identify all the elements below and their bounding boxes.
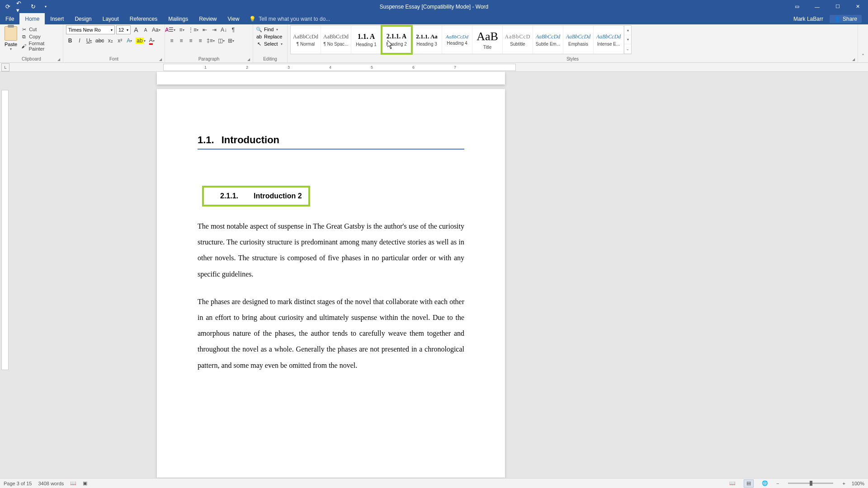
user-name[interactable]: Mark LaBarr (793, 16, 823, 22)
shading-button[interactable]: ◫ (217, 36, 226, 45)
font-color-button[interactable]: A (148, 36, 156, 45)
body-paragraph-2[interactable]: The phases are designed to mark distinct… (198, 294, 464, 373)
show-marks-button[interactable]: ¶ (229, 25, 237, 34)
tab-references[interactable]: References (124, 13, 163, 24)
find-button[interactable]: 🔍Find▾ (256, 26, 283, 33)
change-case-button[interactable]: Aa (151, 25, 161, 34)
grow-font-button[interactable]: A (132, 25, 140, 34)
style-subtitle[interactable]: AaBbCcDSubtitle (503, 26, 533, 54)
copy-icon: ⧉ (21, 33, 27, 40)
numbering-button[interactable]: ≡ (178, 25, 186, 34)
maximize-button[interactable]: ☐ (827, 0, 848, 13)
format-painter-button[interactable]: 🖌Format Painter (21, 41, 60, 52)
line-spacing-button[interactable]: ‡≡ (206, 36, 216, 45)
zoom-slider[interactable] (788, 483, 833, 484)
decrease-indent-button[interactable]: ⇤ (201, 25, 209, 34)
style-heading-3[interactable]: 2.1.1. AaHeading 3 (412, 26, 442, 54)
zoom-out-button[interactable]: − (776, 481, 779, 486)
select-button[interactable]: ↖Select▾ (256, 41, 283, 47)
cut-button[interactable]: ✂Cut (21, 26, 60, 33)
tell-me-placeholder: Tell me what you want to do... (259, 16, 330, 22)
tab-review[interactable]: Review (193, 13, 222, 24)
multilevel-list-button[interactable]: ⋮≡ (187, 25, 199, 34)
shrink-font-button[interactable]: A (142, 25, 150, 34)
align-left-button[interactable]: ≡ (168, 36, 176, 45)
style--normal[interactable]: AaBbCcDd¶ Normal (291, 26, 321, 54)
copy-button[interactable]: ⧉Copy (21, 33, 60, 40)
share-button[interactable]: 👤 Share (830, 15, 862, 23)
underline-button[interactable]: U (85, 36, 93, 45)
minimize-button[interactable]: — (807, 0, 827, 13)
styles-launcher[interactable]: ◢ (852, 57, 855, 61)
justify-button[interactable]: ≡ (196, 36, 204, 45)
style-heading-4[interactable]: AaBbCcDdHeading 4 (442, 26, 472, 54)
style-title[interactable]: AaBTitle (472, 26, 503, 54)
word-count[interactable]: 3408 words (38, 481, 64, 486)
font-size-combo[interactable]: 12▾ (116, 25, 131, 34)
style-heading-1[interactable]: 1.1. AHeading 1 (351, 26, 382, 54)
print-layout-button[interactable]: ▤ (744, 479, 754, 488)
zoom-level[interactable]: 100% (852, 481, 864, 486)
style-emphasis[interactable]: AaBbCcDdEmphasis (563, 26, 594, 54)
body-paragraph-1[interactable]: The most notable aspect of suspense in T… (198, 218, 464, 282)
zoom-in-button[interactable]: + (842, 481, 845, 486)
font-name-combo[interactable]: Times New Ro▾ (66, 25, 115, 34)
paste-button[interactable]: Paste ▾ (3, 25, 19, 52)
replace-button[interactable]: abReplace (256, 33, 283, 40)
ribbon-display-icon[interactable]: ▭ (787, 0, 807, 13)
page-indicator[interactable]: Page 3 of 15 (4, 481, 32, 486)
bold-button[interactable]: B (66, 36, 74, 45)
heading-1[interactable]: 1.1. Introduction (198, 134, 464, 146)
style--no-spac-[interactable]: AaBbCcDd¶ No Spac... (321, 26, 351, 54)
redo-button[interactable]: ↻ (29, 3, 37, 11)
superscript-button[interactable]: x² (116, 36, 124, 45)
horizontal-ruler[interactable]: 1234567 (163, 64, 516, 71)
tab-home[interactable]: Home (19, 13, 45, 24)
select-label: Select (264, 41, 278, 47)
document-page[interactable]: 1.1. Introduction 2.1.1. Introduction 2 … (157, 89, 505, 478)
tab-file[interactable]: File (0, 13, 19, 24)
spellcheck-icon[interactable]: 📖 (70, 480, 76, 486)
qat-more[interactable]: ▾ (42, 3, 50, 11)
highlight-button[interactable]: ab (135, 36, 146, 45)
paragraph-launcher[interactable]: ◢ (247, 57, 250, 61)
subscript-button[interactable]: x₂ (106, 36, 114, 45)
read-mode-button[interactable]: 📖 (727, 479, 737, 488)
ruler-tick: 5 (371, 65, 373, 70)
tab-mailings[interactable]: Mailings (163, 13, 193, 24)
tab-insert[interactable]: Insert (45, 13, 69, 24)
tab-layout[interactable]: Layout (97, 13, 124, 24)
styles-more-spinner[interactable]: ▴▾⌄ (624, 26, 631, 54)
sort-button[interactable]: A↓ (220, 25, 228, 34)
styles-gallery[interactable]: AaBbCcDd¶ NormalAaBbCcDd¶ No Spac...1.1.… (290, 25, 632, 54)
heading-2[interactable]: 2.1.1. Introduction 2 (210, 192, 302, 200)
bullets-button[interactable]: ☰ (168, 25, 176, 34)
undo-button[interactable]: ↶ ▾ (16, 3, 24, 11)
borders-button[interactable]: ⊞ (227, 36, 235, 45)
vertical-ruler[interactable] (1, 90, 9, 370)
italic-button[interactable]: I (75, 36, 84, 45)
style-subtle-em-[interactable]: AaBbCcDdSubtle Em... (533, 26, 563, 54)
collapse-ribbon-button[interactable]: ˄ (858, 24, 868, 62)
clipboard-launcher[interactable]: ◢ (57, 57, 60, 61)
style-heading-2[interactable]: 2.1.1. AHeading 2 (382, 26, 412, 54)
paste-label: Paste (5, 42, 17, 47)
style-intense-e-[interactable]: AaBbCcDdIntense E... (594, 26, 624, 54)
style-preview: AaBbCcDd (596, 33, 621, 40)
macro-icon[interactable]: ▣ (83, 480, 87, 486)
tell-me-search[interactable]: 💡 Tell me what you want to do... (245, 13, 330, 24)
tab-view[interactable]: View (222, 13, 245, 24)
strikethrough-button[interactable]: abc (94, 36, 105, 45)
cut-label: Cut (29, 27, 37, 32)
align-right-button[interactable]: ≡ (187, 36, 195, 45)
align-center-button[interactable]: ≡ (177, 36, 185, 45)
web-layout-button[interactable]: 🌐 (760, 479, 770, 488)
increase-indent-button[interactable]: ⇥ (210, 25, 218, 34)
document-area[interactable]: 1.1. Introduction 2.1.1. Introduction 2 … (0, 72, 868, 478)
text-effects-button[interactable]: A (125, 36, 133, 45)
autosave-icon[interactable]: ⟳ (4, 3, 12, 11)
font-launcher[interactable]: ◢ (159, 57, 162, 61)
tab-design[interactable]: Design (69, 13, 97, 24)
tab-selector[interactable]: L (1, 63, 9, 71)
close-button[interactable]: ✕ (848, 0, 868, 13)
